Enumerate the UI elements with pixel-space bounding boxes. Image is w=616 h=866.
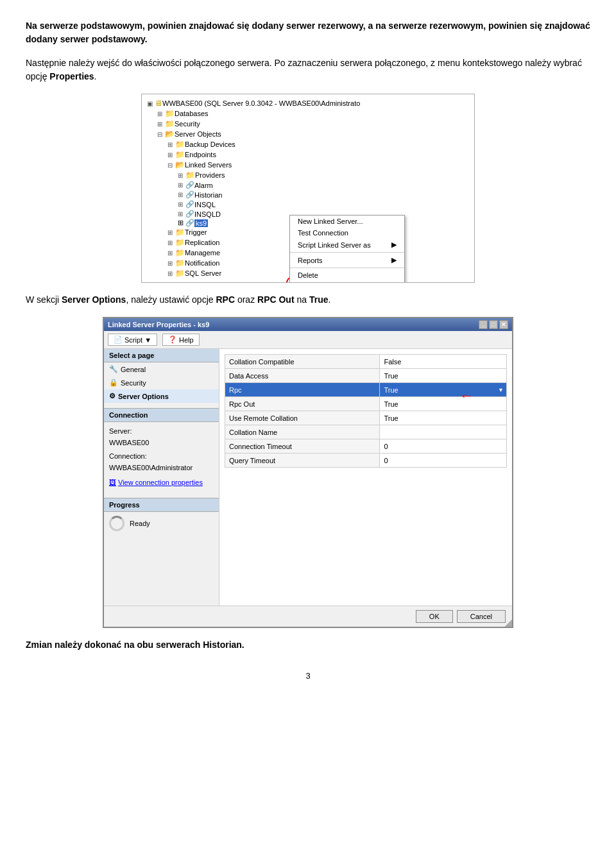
progress-info: Ready [104, 512, 219, 535]
table-row: Use Remote CollationTrue [225, 411, 507, 425]
dialog-left-panel: Select a page 🔧 General 🔒 Security ⚙ Ser… [104, 349, 219, 606]
tree-security: ⊞ 📁 Security [147, 119, 469, 129]
connection-section-header: Connection [104, 408, 219, 422]
minimize-button[interactable]: _ [479, 320, 488, 329]
section-text: W sekcji Server Options, należy ustawić … [26, 293, 590, 307]
folder-icon: 📁 [175, 140, 185, 149]
table-row: Connection Timeout0 [225, 439, 507, 454]
intro-paragraph-1: Na serwerze podstawowym, powinien znajdo… [26, 19, 590, 46]
close-button[interactable]: ✕ [499, 320, 508, 329]
folder-open-icon: 📂 [165, 130, 175, 139]
page-number: 3 [26, 671, 590, 681]
page-security[interactable]: 🔒 Security [104, 376, 219, 389]
context-menu-separator-3 [290, 282, 404, 283]
context-menu-separator-2 [290, 267, 404, 268]
dialog-toolbar: 📄 Script ▼ ❓ Help [104, 331, 512, 349]
tree-insql: ⊞ 🔗 INSQL [147, 200, 469, 209]
folder-icon: 📁 [175, 238, 185, 247]
tree-backup: ⊞ 📁 Backup Devices [147, 139, 469, 149]
folder-icon: 📁 [175, 269, 185, 278]
dialog-titlebar: Linked Server Properties - ks9 _ □ ✕ [104, 318, 512, 331]
tree-linked-servers: ⊟ 📂 Linked Servers [147, 160, 469, 170]
view-connection-link[interactable]: 🖼 View connection properties [109, 477, 214, 489]
context-menu: New Linked Server... Test Connection Scr… [289, 215, 405, 283]
server-icon: 🖥 [155, 99, 162, 108]
folder-icon: 📁 [185, 171, 195, 180]
tree-historian: ⊞ 🔗 Historian [147, 190, 469, 200]
progress-spinner [109, 516, 124, 531]
security-page-icon: 🔒 [109, 378, 118, 387]
folder-icon: 📁 [175, 248, 185, 257]
tree-root: ▣ 🖥 WWBASE00 (SQL Server 9.0.3042 - WWBA… [147, 98, 469, 108]
table-row: Collation Name [225, 425, 507, 439]
server-options-page-icon: ⚙ [109, 392, 116, 400]
script-button[interactable]: 📄 Script ▼ [108, 334, 157, 346]
table-row: Query Timeout0 [225, 454, 507, 468]
server-link-icon: 🔗 [185, 219, 194, 227]
server-link-icon: 🔗 [185, 210, 194, 218]
titlebar-controls: _ □ ✕ [479, 320, 508, 329]
connection-label: Connection: WWBASE00\Administrator [109, 451, 214, 473]
connection-info: Server: WWBASE00 Connection: WWBASE00\Ad… [104, 422, 219, 493]
tree-databases: ⊞ 📁 Databases [147, 108, 469, 119]
context-menu-reports[interactable]: Reports ▶ [290, 254, 404, 266]
folder-icon: 📁 [175, 150, 185, 159]
table-row: Collation CompatibleFalse [225, 355, 507, 369]
progress-section-header: Progress [104, 498, 219, 512]
dialog-right-panel: Collation CompatibleFalseData AccessTrue… [219, 349, 512, 606]
general-page-icon: 🔧 [109, 365, 118, 373]
tree-alarm: ⊞ 🔗 Alarm [147, 180, 469, 190]
help-icon: ❓ [168, 335, 177, 344]
context-menu-separator-1 [290, 252, 404, 253]
server-label: Server: WWBASE00 [109, 426, 214, 448]
tree-endpoints: ⊞ 📁 Endpoints [147, 149, 469, 160]
cancel-button[interactable]: Cancel [457, 610, 506, 623]
context-menu-delete[interactable]: Delete [290, 269, 404, 281]
tree-server-objects: ⊟ 📂 Server Objects [147, 129, 469, 139]
server-link-icon: 🔗 [185, 200, 194, 208]
table-row: Data AccessTrue [225, 369, 507, 383]
server-link-icon: 🔗 [185, 191, 194, 199]
script-icon: 📄 [114, 335, 123, 344]
help-button[interactable]: ❓ Help [162, 334, 200, 346]
dialog-body: Select a page 🔧 General 🔒 Security ⚙ Ser… [104, 349, 512, 606]
context-menu-new-linked-server[interactable]: New Linked Server... [290, 216, 404, 227]
folder-icon: 📁 [165, 119, 175, 128]
folder-open-icon: 📂 [175, 160, 185, 169]
resize-grip[interactable] [504, 619, 512, 627]
folder-icon: 📁 [165, 109, 175, 118]
linked-server-dialog: Linked Server Properties - ks9 _ □ ✕ 📄 S… [103, 317, 513, 628]
link-icon: 🖼 [109, 477, 116, 489]
server-link-icon: 🔗 [185, 181, 194, 189]
dialog-footer: OK Cancel [104, 606, 512, 627]
maximize-button[interactable]: □ [489, 320, 498, 329]
context-menu-test-connection[interactable]: Test Connection [290, 227, 404, 239]
intro-paragraph-2: Następnie należy wejść do właściwości po… [26, 56, 590, 83]
red-arrow-indicator: ← [459, 387, 474, 404]
folder-icon: 📁 [175, 228, 185, 237]
select-page-header: Select a page [104, 349, 219, 362]
tree-providers: ⊞ 📁 Providers [147, 170, 469, 180]
folder-icon: 📁 [175, 259, 185, 267]
ok-button[interactable]: OK [416, 610, 453, 623]
ssms-screenshot: ▣ 🖥 WWBASE00 (SQL Server 9.0.3042 - WWBA… [141, 94, 475, 283]
properties-table: Collation CompatibleFalseData AccessTrue… [225, 354, 507, 468]
context-menu-script[interactable]: Script Linked Server as ▶ [290, 239, 404, 251]
footer-text: Zmian należy dokonać na obu serwerach Hi… [26, 638, 590, 652]
page-server-options[interactable]: ⚙ Server Options [104, 389, 219, 403]
page-general[interactable]: 🔧 General [104, 362, 219, 376]
